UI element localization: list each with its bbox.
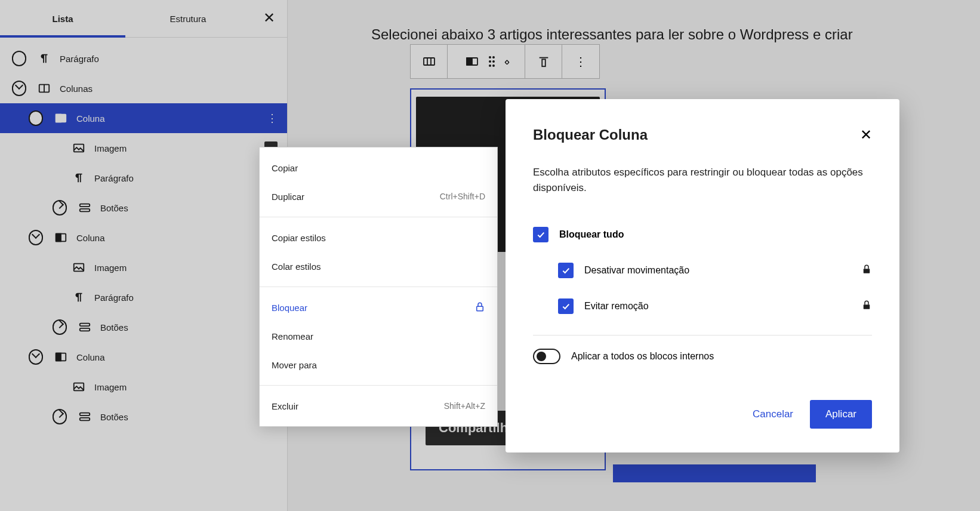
- apply-button[interactable]: Aplicar: [810, 400, 872, 429]
- svg-rect-32: [864, 304, 870, 309]
- checkbox-icon: [558, 298, 574, 314]
- cancel-button[interactable]: Cancelar: [753, 408, 793, 420]
- menu-copy[interactable]: Copiar: [260, 153, 497, 182]
- lock-icon: [474, 301, 485, 314]
- menu-move-to[interactable]: Mover para: [260, 350, 497, 379]
- toggle-switch[interactable]: [533, 349, 560, 364]
- checkbox-icon: [558, 263, 574, 278]
- checkbox-lock-all[interactable]: Bloquear tudo: [533, 217, 872, 253]
- lock-block-modal: Bloquear Coluna ✕ Escolha atributos espe…: [506, 99, 899, 452]
- menu-rename[interactable]: Renomear: [260, 322, 497, 350]
- checkbox-label: Evitar remoção: [584, 301, 649, 312]
- shortcut-label: Ctrl+Shift+D: [440, 192, 485, 201]
- menu-duplicate[interactable]: Duplicar Ctrl+Shift+D: [260, 182, 497, 211]
- modal-close-button[interactable]: ✕: [860, 127, 872, 143]
- checkbox-icon: [533, 227, 548, 242]
- checkbox-disable-movement[interactable]: Desativar movimentação: [533, 253, 872, 288]
- svg-rect-31: [864, 269, 870, 273]
- block-context-menu: Copiar Duplicar Ctrl+Shift+D Copiar esti…: [259, 147, 498, 427]
- menu-copy-styles[interactable]: Copiar estilos: [260, 223, 497, 252]
- lock-icon: [861, 300, 872, 313]
- checkbox-prevent-removal[interactable]: Evitar remoção: [533, 288, 872, 324]
- menu-delete[interactable]: Excluir Shift+Alt+Z: [260, 392, 497, 420]
- shortcut-label: Shift+Alt+Z: [444, 401, 485, 411]
- menu-paste-styles[interactable]: Colar estilos: [260, 252, 497, 281]
- modal-description: Escolha atributos específicos para restr…: [533, 165, 872, 196]
- lock-icon: [861, 264, 872, 277]
- checkbox-label: Desativar movimentação: [584, 265, 689, 276]
- svg-rect-30: [477, 306, 483, 311]
- toggle-label: Aplicar a todos os blocos internos: [571, 351, 714, 362]
- modal-title: Bloquear Coluna: [533, 127, 648, 143]
- checkbox-label: Bloquear tudo: [559, 229, 624, 240]
- menu-lock[interactable]: Bloquear: [260, 293, 497, 322]
- toggle-apply-inner[interactable]: Aplicar a todos os blocos internos: [533, 349, 872, 364]
